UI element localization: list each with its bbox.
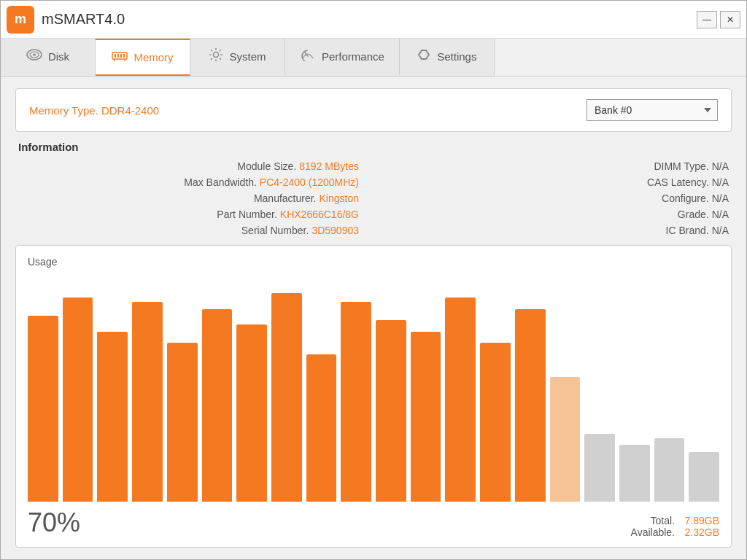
title-bar-controls: — ✕ (697, 11, 740, 28)
tab-settings-label: Settings (437, 50, 476, 63)
close-button[interactable]: ✕ (720, 11, 740, 28)
available-label: Available. (631, 526, 675, 538)
total-stat-row: Total. 7.89GB (631, 515, 719, 526)
information-title: Information (18, 141, 729, 153)
system-icon (209, 47, 223, 66)
chart-bar-11 (411, 332, 441, 502)
memory-type-label: Memory Type. DDR4-2400 (29, 104, 159, 117)
chart-bar-16 (584, 434, 615, 502)
chart-bar-9 (341, 302, 371, 502)
chart-bar-15 (550, 377, 581, 502)
chart-bar-0 (28, 316, 58, 502)
chart-bar-4 (167, 343, 198, 502)
chart-bar-2 (97, 332, 128, 502)
info-module-size: Module Size. 8192 MBytes (18, 160, 359, 172)
tab-disk-label: Disk (48, 50, 69, 63)
chart-area (28, 275, 719, 502)
main-content: Memory Type. DDR4-2400 Bank #0 Bank #1 B… (1, 77, 746, 559)
tab-system[interactable]: System (190, 39, 285, 76)
svg-rect-6 (120, 54, 122, 58)
chart-bar-5 (202, 309, 233, 502)
tab-performance-label: Performance (322, 50, 384, 63)
svg-point-10 (214, 52, 219, 58)
tab-memory-label: Memory (133, 51, 173, 63)
app-title: mSMART4.0 (42, 11, 125, 28)
app-logo: m (7, 6, 34, 34)
tab-settings[interactable]: Settings (400, 39, 495, 76)
info-ic-brand: IC Brand. N/A (388, 225, 729, 236)
info-right-column: DIMM Type. N/A CAS Latency. N/A Configur… (388, 160, 729, 236)
chart-bar-14 (515, 309, 546, 502)
chart-bar-7 (271, 293, 302, 502)
info-configure: Configure. N/A (388, 192, 729, 204)
chart-bar-6 (236, 324, 267, 502)
available-value: 2.32GB (679, 526, 719, 538)
tab-bar: Disk Memory (1, 39, 746, 77)
main-window: m mSMART4.0 — ✕ Disk (0, 0, 747, 560)
usage-title: Usage (28, 256, 719, 268)
bank-select[interactable]: Bank #0 Bank #1 Bank #2 Bank #3 (587, 99, 718, 121)
title-bar-left: m mSMART4.0 (7, 6, 125, 34)
svg-rect-5 (117, 54, 119, 58)
tab-disk[interactable]: Disk (1, 39, 96, 76)
chart-bar-12 (445, 298, 476, 502)
svg-rect-9 (125, 59, 126, 61)
chart-bar-19 (689, 452, 719, 502)
tab-system-label: System (229, 50, 266, 63)
svg-rect-7 (123, 54, 125, 58)
tab-memory[interactable]: Memory (96, 39, 190, 76)
memory-icon (112, 49, 128, 66)
performance-icon (300, 48, 316, 65)
disk-icon (26, 48, 42, 65)
chart-bar-3 (132, 302, 163, 502)
svg-rect-4 (115, 54, 116, 58)
usage-footer: 70% Total. 7.89GB Available. 2.32GB (28, 508, 719, 538)
info-left-column: Module Size. 8192 MBytes Max Bandwidth. … (18, 160, 359, 236)
svg-point-2 (33, 54, 36, 56)
available-stat-row: Available. 2.32GB (631, 526, 719, 538)
tab-performance[interactable]: Performance (285, 39, 400, 76)
usage-stats: Total. 7.89GB Available. 2.32GB (631, 515, 719, 538)
information-grid: Module Size. 8192 MBytes Max Bandwidth. … (18, 160, 729, 236)
settings-icon (417, 48, 431, 65)
chart-bar-1 (63, 298, 93, 502)
info-part-number: Part Number. KHX2666C16/8G (18, 209, 359, 220)
title-bar: m mSMART4.0 — ✕ (1, 1, 746, 39)
minimize-button[interactable]: — (697, 11, 717, 28)
chart-bar-8 (306, 354, 337, 502)
info-dimm-type: DIMM Type. N/A (388, 160, 729, 172)
memory-type-key: Memory Type. (29, 104, 98, 117)
total-label: Total. (651, 515, 675, 526)
memory-type-row: Memory Type. DDR4-2400 Bank #0 Bank #1 B… (15, 88, 732, 132)
info-manufacturer: Manufacturer. Kingston (18, 192, 359, 204)
chart-bar-13 (480, 343, 511, 502)
information-section: Information Module Size. 8192 MBytes Max… (15, 141, 732, 236)
info-grade: Grade. N/A (388, 209, 729, 220)
chart-bar-10 (376, 320, 406, 502)
info-cas-latency: CAS Latency. N/A (388, 176, 729, 188)
usage-section: Usage 70% Total. 7.89GB Available. 2.32G… (15, 245, 732, 548)
chart-bar-17 (619, 445, 650, 502)
info-serial-number: Serial Number. 3D590903 (18, 225, 359, 236)
memory-type-value: DDR4-2400 (101, 104, 159, 117)
total-value: 7.89GB (679, 515, 719, 526)
info-max-bandwidth: Max Bandwidth. PC4-2400 (1200MHz) (18, 176, 359, 188)
chart-bar-18 (654, 438, 685, 502)
svg-rect-8 (114, 59, 115, 61)
usage-percent: 70% (28, 508, 80, 538)
